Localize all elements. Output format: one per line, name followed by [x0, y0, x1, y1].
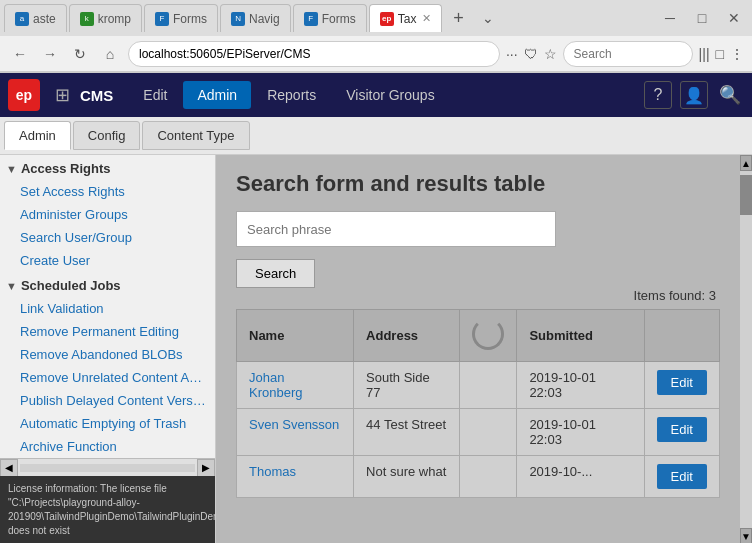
- search-button[interactable]: Search: [236, 259, 315, 288]
- star-icon[interactable]: ☆: [544, 46, 557, 62]
- sidebar: ▼ Access Rights Set Access Rights Admini…: [0, 155, 216, 543]
- search-icon[interactable]: 🔍: [716, 81, 744, 109]
- bookmarks-icon[interactable]: |||: [699, 46, 710, 62]
- tab-overflow-button[interactable]: ⌄: [474, 4, 502, 32]
- user-icon[interactable]: 👤: [680, 81, 708, 109]
- tab-kromp[interactable]: k kromp: [69, 4, 142, 32]
- section-header-scheduled-jobs[interactable]: ▼ Scheduled Jobs: [0, 272, 215, 297]
- sidebar-item-administer-groups[interactable]: Administer Groups: [0, 203, 215, 226]
- tab-config[interactable]: Config: [73, 121, 141, 150]
- back-button[interactable]: ←: [8, 42, 32, 66]
- license-info: License information: The license file "C…: [0, 476, 215, 543]
- tab-label-forms2: Forms: [322, 12, 356, 26]
- sidebar-item-create-user[interactable]: Create User: [0, 249, 215, 272]
- cell-edit-2: Edit: [644, 456, 719, 498]
- home-button[interactable]: ⌂: [98, 42, 122, 66]
- new-tab-button[interactable]: +: [444, 4, 472, 32]
- help-icon[interactable]: ?: [644, 81, 672, 109]
- nav-link-admin[interactable]: Admin: [183, 81, 251, 109]
- cell-edit-0: Edit: [644, 362, 719, 409]
- tab-navig[interactable]: N Navig: [220, 4, 291, 32]
- cell-blank-0: [460, 362, 517, 409]
- search-phrase-input[interactable]: [236, 211, 556, 247]
- tab-content-type[interactable]: Content Type: [142, 121, 249, 150]
- sidebar-item-automatic-emptying-of-trash[interactable]: Automatic Emptying of Trash: [0, 412, 215, 435]
- sub-nav: Admin Config Content Type: [0, 117, 752, 155]
- sidebar-item-remove-permanent-editing[interactable]: Remove Permanent Editing: [0, 320, 215, 343]
- tab-bar: a aste k kromp F Forms N Navig F Forms e…: [0, 0, 752, 36]
- tab-forms2[interactable]: F Forms: [293, 4, 367, 32]
- maximize-button[interactable]: □: [688, 4, 716, 32]
- sidebar-item-search-user-group[interactable]: Search User/Group: [0, 226, 215, 249]
- top-nav-right: ? 👤 🔍: [644, 81, 744, 109]
- tab-label-kromp: kromp: [98, 12, 131, 26]
- page-title: Search form and results table: [236, 171, 720, 197]
- forward-button[interactable]: →: [38, 42, 62, 66]
- col-header-address: Address: [354, 310, 460, 362]
- cell-submitted-1: 2019-10-01 22:03: [517, 409, 644, 456]
- cell-submitted-0: 2019-10-01 22:03: [517, 362, 644, 409]
- tab-favicon-kromp: k: [80, 12, 94, 26]
- cell-submitted-2: 2019-10-...: [517, 456, 644, 498]
- col-header-name: Name: [237, 310, 354, 362]
- scrollbar-down-button[interactable]: ▼: [740, 528, 752, 543]
- scrollbar-thumb[interactable]: [740, 175, 752, 215]
- col-header-icon: [460, 310, 517, 362]
- shield-icon: 🛡: [524, 46, 538, 62]
- edit-button-2[interactable]: Edit: [657, 464, 707, 489]
- tab-favicon-forms2: F: [304, 12, 318, 26]
- col-header-submitted: Submitted: [517, 310, 644, 362]
- col-header-actions: [644, 310, 719, 362]
- section-header-access-rights[interactable]: ▼ Access Rights: [0, 155, 215, 180]
- tab-favicon-forms1: F: [155, 12, 169, 26]
- nav-link-reports[interactable]: Reports: [253, 81, 330, 109]
- minimize-button[interactable]: ─: [656, 4, 684, 32]
- tab-close-tax[interactable]: ✕: [422, 12, 431, 25]
- address-input[interactable]: [128, 41, 500, 67]
- edit-button-1[interactable]: Edit: [657, 417, 707, 442]
- results-table: Name Address Submitted Johan Kronberg: [236, 309, 720, 498]
- sidebar-item-remove-unrelated-content-asset[interactable]: Remove Unrelated Content Asset: [0, 366, 215, 389]
- sidebar-scroll-right[interactable]: ▶: [197, 459, 215, 477]
- nav-link-visitor-groups[interactable]: Visitor Groups: [332, 81, 448, 109]
- sidebar-content: ▼ Access Rights Set Access Rights Admini…: [0, 155, 215, 458]
- sidebar-scroll-left[interactable]: ◀: [0, 459, 18, 477]
- spinner-icon: [472, 318, 504, 350]
- content-inner: Search form and results table Search Ite…: [216, 155, 740, 514]
- tab-forms1[interactable]: F Forms: [144, 4, 218, 32]
- scrollbar-up-button[interactable]: ▲: [740, 155, 752, 171]
- section-label-scheduled-jobs: Scheduled Jobs: [21, 278, 121, 293]
- cell-address-1: 44 Test Street: [354, 409, 460, 456]
- cell-name-0: Johan Kronberg: [237, 362, 354, 409]
- more-icon[interactable]: ⋮: [730, 46, 744, 62]
- tab-favicon-navig: N: [231, 12, 245, 26]
- cell-name-2: Thomas: [237, 456, 354, 498]
- sidebar-item-publish-delayed-content-versions[interactable]: Publish Delayed Content Versions: [0, 389, 215, 412]
- table-row: Johan Kronberg South Side 77 2019-10-01 …: [237, 362, 720, 409]
- sidebar-item-archive-function[interactable]: Archive Function: [0, 435, 215, 458]
- browser-search-input[interactable]: [563, 41, 693, 67]
- sidebar-item-remove-abandoned-blobs[interactable]: Remove Abandoned BLOBs: [0, 343, 215, 366]
- sidebar-horizontal-scrollbar[interactable]: ◀ ▶: [0, 458, 215, 476]
- vertical-scrollbar[interactable]: ▲ ▼: [740, 155, 752, 543]
- profile-icon[interactable]: □: [716, 46, 724, 62]
- sidebar-scroll-track[interactable]: [20, 464, 195, 472]
- scrollbar-track[interactable]: [740, 171, 752, 528]
- edit-button-0[interactable]: Edit: [657, 370, 707, 395]
- hamburger-menu[interactable]: ⊞: [48, 81, 76, 109]
- tab-tax[interactable]: ep Tax ✕: [369, 4, 443, 32]
- sidebar-item-link-validation[interactable]: Link Validation: [0, 297, 215, 320]
- cms-label: CMS: [80, 87, 113, 104]
- cell-blank-1: [460, 409, 517, 456]
- nav-link-edit[interactable]: Edit: [129, 81, 181, 109]
- tab-label-tax: Tax: [398, 12, 417, 26]
- tab-aste[interactable]: a aste: [4, 4, 67, 32]
- cell-blank-2: [460, 456, 517, 498]
- sidebar-item-set-access-rights[interactable]: Set Access Rights: [0, 180, 215, 203]
- tab-admin[interactable]: Admin: [4, 121, 71, 150]
- refresh-button[interactable]: ↻: [68, 42, 92, 66]
- window-close-button[interactable]: ✕: [720, 4, 748, 32]
- top-nav: ep ⊞ CMS Edit Admin Reports Visitor Grou…: [0, 73, 752, 117]
- window-controls: ─ □ ✕: [656, 4, 748, 32]
- items-count-label: Items found:: [634, 288, 706, 303]
